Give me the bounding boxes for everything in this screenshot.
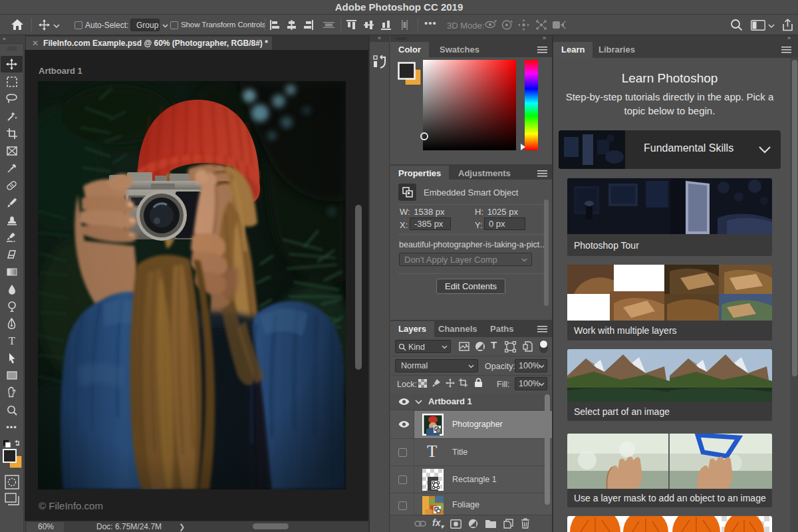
svg-text:T: T <box>9 336 15 346</box>
